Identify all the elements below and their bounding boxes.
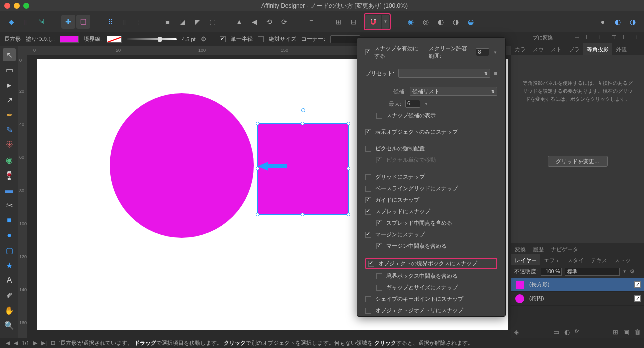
prev-page-icon[interactable]: |◀ (4, 340, 10, 346)
crop-tool[interactable]: ✂ (3, 199, 16, 212)
fill-swatch[interactable] (60, 36, 79, 43)
snap-baseline-icon[interactable]: ⊟ (347, 15, 361, 29)
place-image-tool[interactable]: ▬ (3, 184, 16, 197)
single-radius-checkbox[interactable] (220, 36, 226, 42)
tab-text[interactable]: テキス (587, 254, 611, 265)
guides-snap-checkbox[interactable] (365, 197, 371, 203)
selection-handle-nw[interactable] (256, 122, 259, 125)
layer-menu-icon[interactable]: ≡ (638, 269, 641, 275)
margin-mid-checkbox[interactable] (376, 243, 382, 249)
tab-appearance[interactable]: 外観 (612, 43, 630, 55)
tab-swatches[interactable]: スウ (529, 43, 547, 55)
geometry-checkbox[interactable] (365, 308, 371, 314)
boolean-divide-icon[interactable]: ◒ (464, 15, 478, 29)
ellipse-tool[interactable]: ● (3, 229, 16, 242)
absolute-size-checkbox[interactable] (258, 36, 264, 42)
tab-stroke[interactable]: スト (547, 43, 565, 55)
tab-transform[interactable]: 変換 (511, 243, 529, 254)
grid-snap-checkbox[interactable] (365, 174, 371, 180)
maximize-window-icon[interactable] (23, 3, 29, 9)
eyedropper-tool[interactable]: ✐ (3, 289, 16, 302)
align-center-h-icon[interactable]: ⊢ (584, 34, 593, 42)
flip-v-icon[interactable]: ◀ (247, 15, 261, 29)
tab-isometric[interactable]: 等角投影 (583, 43, 612, 55)
layer-settings-icon[interactable]: ⚙ (630, 268, 635, 275)
grid-lines-icon[interactable]: ▦ (118, 15, 132, 29)
layer-row[interactable]: (長方形) ✓ (511, 278, 644, 292)
star-tool[interactable]: ★ (3, 259, 16, 272)
clip-icon[interactable]: ❏ (76, 15, 90, 29)
layer-fx-icon[interactable]: fx (575, 328, 579, 336)
designer-persona-icon[interactable]: ◆ (4, 15, 18, 29)
layer-visibility-checkbox[interactable]: ✓ (634, 295, 641, 302)
boolean-xor-icon[interactable]: ◑ (449, 15, 463, 29)
bbox-snap-checkbox[interactable] (368, 261, 374, 267)
zoom-tool[interactable]: 🔍 (3, 319, 16, 332)
snap-options-dropdown[interactable]: ▼ (381, 15, 389, 29)
tab-stock[interactable]: ストッ (611, 254, 634, 265)
convert-curve-label[interactable]: ブに変換 (514, 34, 571, 42)
arrange-backward-icon[interactable]: ◩ (190, 15, 204, 29)
layer-adjust-icon[interactable]: ◐ (564, 328, 570, 336)
layer-delete-icon[interactable]: 🗑 (634, 328, 641, 336)
boolean-add-icon[interactable]: ◉ (404, 15, 418, 29)
next-page-icon[interactable]: ▶| (41, 340, 47, 346)
opacity-field[interactable]: 100 % (541, 268, 562, 276)
align-middle-icon[interactable]: ⊢ (621, 34, 630, 42)
vertical-ruler[interactable]: 0 20 40 60 80 100 120 140 160 (18, 55, 27, 338)
selection-handle-e[interactable] (347, 167, 350, 170)
tab-effects[interactable]: エフェ (540, 254, 564, 265)
max-field[interactable]: 6 (405, 100, 420, 108)
grid-toggle-icon[interactable]: ⊞ (51, 340, 55, 346)
tab-layers[interactable]: レイヤー (511, 254, 540, 265)
pixel-persona-icon[interactable]: ▦ (19, 15, 33, 29)
tab-navigator[interactable]: ナビゲータ (547, 243, 582, 254)
grid-iso-icon[interactable]: ⬚ (133, 15, 147, 29)
artboard-tool[interactable]: ▭ (3, 63, 16, 76)
tab-styles[interactable]: スタイ (564, 254, 587, 265)
grid-dots-icon[interactable]: ⠿ (103, 15, 117, 29)
close-window-icon[interactable] (4, 3, 10, 9)
fill-tool[interactable]: ◉ (3, 153, 16, 166)
move-tool[interactable]: ↖ (3, 48, 16, 61)
candidate-select[interactable]: 候補リスト⇅ (410, 87, 497, 96)
preset-menu-icon[interactable]: ≡ (494, 70, 497, 76)
corner-type-select[interactable] (330, 35, 360, 43)
minimize-window-icon[interactable] (14, 3, 20, 9)
align-left-icon[interactable]: ⊣ (573, 34, 582, 42)
stroke-swatch[interactable] (107, 36, 122, 43)
export-persona-icon[interactable]: ⇲ (34, 15, 48, 29)
spread-mid-checkbox[interactable] (376, 220, 382, 226)
force-pixel-checkbox[interactable] (365, 146, 371, 152)
rotation-handle[interactable] (301, 108, 305, 112)
gap-size-checkbox[interactable] (376, 285, 382, 291)
bbox-mid-checkbox[interactable] (376, 273, 382, 279)
snap-toggle-button[interactable] (365, 15, 381, 29)
arrange-forward-icon[interactable]: ◪ (175, 15, 189, 29)
align-icon[interactable]: ≡ (304, 15, 318, 29)
view-mode-2-icon[interactable]: ◐ (611, 15, 625, 29)
screen-tolerance-field[interactable]: 8 (476, 48, 489, 56)
rounded-rect-tool[interactable]: ▢ (3, 244, 16, 257)
hand-tool[interactable]: ✋ (3, 304, 16, 317)
layer-visibility-checkbox[interactable]: ✓ (634, 281, 641, 288)
corner-tool[interactable]: ↗ (3, 93, 16, 106)
brush-tool[interactable]: ꕥ (3, 138, 16, 151)
preset-select[interactable]: ⇅ (398, 69, 490, 78)
next-icon[interactable]: ▶ (33, 340, 37, 346)
arrange-back-icon[interactable]: ▢ (205, 15, 219, 29)
show-candidates-checkbox[interactable] (376, 113, 382, 119)
layer-group-icon[interactable]: ▣ (623, 328, 629, 336)
layer-blend-icon[interactable]: ◈ (514, 328, 519, 336)
align-bottom-icon[interactable]: ⊥ (632, 34, 641, 42)
tab-brushes[interactable]: ブラ (565, 43, 583, 55)
enable-snap-checkbox[interactable] (365, 49, 370, 55)
boolean-intersect-icon[interactable]: ◐ (434, 15, 448, 29)
tab-color[interactable]: カラ (511, 43, 529, 55)
arrange-front-icon[interactable]: ▣ (160, 15, 174, 29)
stroke-width-slider[interactable] (127, 38, 177, 40)
align-top-icon[interactable]: ⊤ (610, 34, 619, 42)
transparency-tool[interactable]: 🍷 (3, 168, 16, 182)
pencil-tool[interactable]: ✎ (3, 123, 16, 136)
view-mode-3-icon[interactable]: ◑ (626, 15, 640, 29)
